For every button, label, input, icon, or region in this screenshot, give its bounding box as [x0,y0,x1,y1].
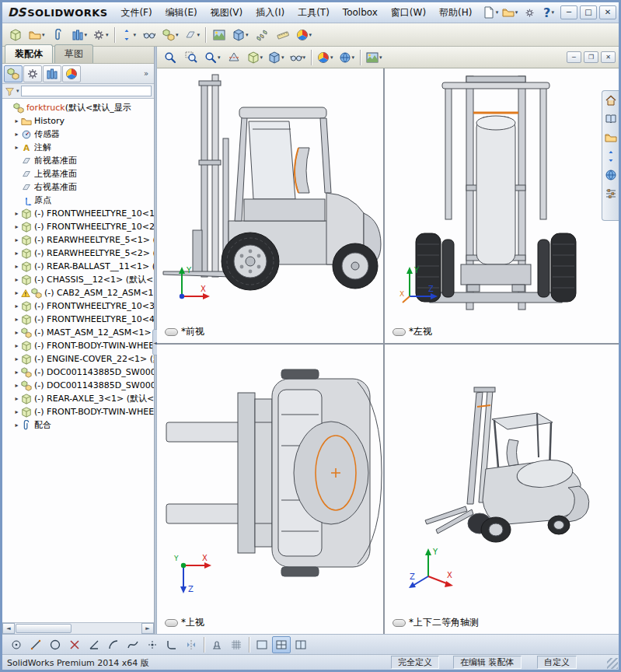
appearances-scenes-icon[interactable] [605,169,617,181]
expand-icon[interactable]: ▸ [12,210,21,217]
expand-icon[interactable]: ▸ [12,250,21,257]
tree-item-history[interactable]: ▸History [2,114,154,128]
tree-item-component[interactable]: ▸(-) CHASSIS__12<1> (默认<<默 [2,273,154,286]
filter-dropdown-icon[interactable]: ▾ [16,88,19,94]
reference-geometry-button[interactable]: ▾ [182,25,203,45]
assembly-features-button[interactable]: ▾ [160,25,181,45]
menu-toolbox[interactable]: Toolbox [337,4,384,21]
tree-item-annotations[interactable]: ▸注解 [2,141,154,154]
menu-file[interactable]: 文件(F) [114,3,158,23]
tree-item-sensors[interactable]: ▸传感器 [2,128,154,141]
expand-icon[interactable]: ▸ [12,117,21,124]
property-manager-tab[interactable] [23,65,42,82]
new-document-button[interactable]: ▾ [481,5,500,20]
tree-filter-input[interactable] [21,86,152,96]
tree-item-front-plane[interactable]: 前视基准面 [2,154,154,167]
viewport-left[interactable]: Y Z X *左视 [385,68,619,343]
viewport-top[interactable]: X Z Y *上视 [157,345,383,634]
edit-appearance-button[interactable]: ▾ [315,47,336,68]
exploded-view-button[interactable] [252,25,272,45]
expand-icon[interactable]: ▸ [12,289,21,296]
zoom-fit-button[interactable] [160,47,180,68]
menu-insert[interactable]: 插入(I) [249,3,291,23]
edit-component-button[interactable] [5,25,26,45]
document-restore-button[interactable]: ❐ [584,51,598,63]
expand-icon[interactable]: ▸ [12,342,21,349]
menu-view[interactable]: 视图(V) [204,3,249,23]
expand-icon[interactable]: ▸ [12,369,21,376]
view-settings-button[interactable]: ▾ [364,47,385,68]
expand-icon[interactable]: ▸ [12,316,21,323]
hide-show-items-button[interactable]: ▾ [288,47,309,68]
view-palette-icon[interactable] [605,150,617,163]
expand-icon[interactable]: ▸ [12,408,21,415]
tab-sketch[interactable]: 草图 [54,44,93,63]
measure-button[interactable] [273,25,293,45]
circle-by-center-button[interactable] [7,636,26,653]
custom-properties-icon[interactable] [605,187,617,200]
expand-icon[interactable]: ▸ [12,422,21,429]
view-orientation-button[interactable]: ▾ [245,47,266,68]
tree-item-component[interactable]: ▸(-) FRONTWHEELTYRE_10<3> [2,299,154,313]
viewport-front[interactable]: Y X *前视 [157,68,383,343]
trim-entities-button[interactable] [65,636,84,653]
expand-icon[interactable]: ▸ [12,144,21,151]
file-explorer-icon[interactable] [605,131,617,144]
tree-item-component[interactable]: ▸(-) FRONTWHEELTYRE_10<2> [2,220,154,233]
zoom-selection-button[interactable]: ▾ [202,47,223,68]
tree-item-component[interactable]: ▸(-) DOC001143885D_SW0001_ [2,379,154,392]
tree-item-component-warning[interactable]: ▸(-) CAB2_ASM_12_ASM<1 [2,286,154,299]
linear-component-pattern-button[interactable]: ▾ [69,25,90,45]
tree-item-component[interactable]: ▸(-) FRONTWHEELTYRE_10<1> [2,207,154,220]
expand-icon[interactable]: ▸ [12,303,21,310]
mate-button[interactable] [48,25,68,45]
minimize-button[interactable]: ─ [560,5,577,19]
expand-icon[interactable]: ▸ [12,223,21,230]
tree-item-component[interactable]: ▸(-) REARWHEELTYRE_5<1> (默认 [2,233,154,247]
menu-tools[interactable]: 工具(T) [291,3,336,23]
open-document-button[interactable]: ▾ [501,5,519,20]
solidworks-resources-icon[interactable] [605,94,617,107]
insert-components-button[interactable]: ▾ [26,25,47,45]
fillet-tool-button[interactable] [162,636,181,653]
expand-icon[interactable]: ▸ [12,395,21,402]
display-manager-tab[interactable] [62,65,81,82]
help-button[interactable]: ?▾ [539,5,558,20]
centerline-angle-button[interactable] [85,636,103,653]
expand-icon[interactable]: ▸ [12,263,21,270]
smart-fasteners-button[interactable]: ▾ [90,25,111,45]
apply-scene-button[interactable]: ▾ [337,47,358,68]
tree-item-component[interactable]: ▸(-) FRONTWHEELTYRE_10<4> [2,313,154,326]
scroll-thumb[interactable] [16,624,72,633]
arc-tool-button[interactable] [104,636,123,653]
scroll-track[interactable] [15,623,141,634]
tree-item-top-plane[interactable]: 上视基准面 [2,167,154,180]
point-tool-button[interactable] [143,636,162,653]
tree-item-component[interactable]: ▸(-) DOC001143885D_SW0001_ [2,366,154,379]
expand-icon[interactable]: ▸ [12,236,21,243]
scroll-right-button[interactable]: ► [141,623,154,634]
circle-tool-button[interactable] [46,636,65,653]
tree-item-origin[interactable]: 原点 [2,194,154,207]
options-button[interactable] [520,5,539,20]
custom-status[interactable]: 自定义 [537,656,577,669]
menu-help[interactable]: 帮助(H) [433,3,478,23]
tree-item-component[interactable]: ▸(-) ENGINE-COVER_22<1> (默 [2,352,154,366]
show-hidden-components-button[interactable] [139,25,159,45]
expand-icon[interactable]: ▸ [12,355,21,362]
line-tool-button[interactable] [26,636,45,653]
tree-item-component[interactable]: ▸(-) REARWHEELTYRE_5<2> (默认 [2,247,154,260]
tree-item-component[interactable]: ▸(-) MAST_ASM_12_ASM<1> (默 [2,326,154,339]
tree-item-right-plane[interactable]: 右视基准面 [2,180,154,194]
maximize-button[interactable]: □ [580,5,597,19]
two-view-layout-button[interactable] [291,636,310,653]
move-component-button[interactable]: ▾ [118,25,139,45]
interference-detection-button[interactable]: ▾ [230,25,251,45]
menu-edit[interactable]: 编辑(E) [159,3,204,23]
close-button[interactable]: ✕ [599,5,616,19]
design-library-icon[interactable] [605,113,617,125]
expand-icon[interactable]: ▸ [12,329,21,336]
four-view-layout-button[interactable] [272,636,291,653]
stamp-tool-button[interactable] [208,636,226,653]
appearance-button[interactable]: ▾ [294,25,315,45]
